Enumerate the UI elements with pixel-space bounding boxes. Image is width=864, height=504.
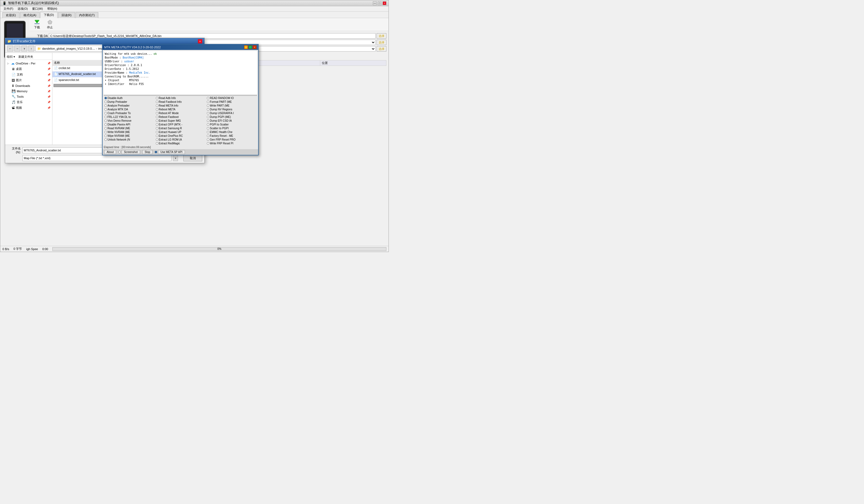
opt-dump-user-radio[interactable]	[207, 112, 209, 114]
opt-emmc-health-radio[interactable]	[207, 131, 209, 133]
opt-factory-reset[interactable]: Factory Reset - ME	[206, 134, 257, 138]
sidebar-item-video[interactable]: 📽 视频 📌	[5, 105, 52, 111]
opt-pgpi-scatter-radio[interactable]	[207, 123, 209, 126]
opt-read-fastboot-radio[interactable]	[156, 101, 158, 103]
tab-memtest[interactable]: 内存测试(T)	[75, 12, 98, 18]
opt-analyze-da[interactable]: Analyze MTK DA	[104, 108, 155, 111]
opt-dump-nv-radio[interactable]	[207, 108, 209, 111]
filetype-input[interactable]	[22, 155, 171, 161]
opt-unlock-network[interactable]: Unlock Network (N	[104, 138, 155, 142]
stop-button[interactable]: 停止	[45, 19, 55, 30]
opt-analyze-preloader-radio[interactable]	[105, 105, 107, 107]
mtk-use-meta-btn[interactable]: Use META SP API	[158, 150, 185, 154]
sidebar-item-tools[interactable]: 🔧 Tools 📌	[5, 94, 52, 99]
sidebar-item-docs[interactable]: 📄 文档 📌	[5, 72, 52, 77]
mtk-min-btn[interactable]: —	[244, 45, 248, 49]
opt-read-nvram[interactable]: Read NVRAM (ME	[104, 126, 155, 130]
opt-frl[interactable]: FRL-L22 Y9A DL to	[104, 115, 155, 119]
opt-read-random-radio[interactable]	[207, 97, 209, 99]
opt-pgpi-scatter[interactable]: PGPI to Scatter	[206, 123, 257, 126]
opt-disable-auth-radio[interactable]	[105, 97, 107, 99]
nav-dropdown-btn[interactable]: ∨	[21, 46, 27, 51]
opt-extract-oneplus-radio[interactable]	[156, 135, 158, 137]
opt-disable-paviov[interactable]: Disable Paviov API	[104, 123, 155, 126]
opt-extract-redmagic[interactable]: Extract RedMagic	[155, 142, 206, 145]
opt-extract-samsung[interactable]: Extract Samsung R	[155, 126, 206, 130]
mtk-stop-btn[interactable]: Stop	[142, 150, 153, 154]
opt-extract-super-radio[interactable]	[156, 120, 158, 122]
minimize-btn[interactable]: —	[373, 1, 377, 5]
close-btn[interactable]: ×	[383, 1, 386, 5]
cancel-btn[interactable]: 取消	[183, 155, 202, 161]
opt-extract-ofp-radio[interactable]	[156, 123, 158, 126]
nav-forward-btn[interactable]: →	[14, 46, 20, 51]
mtk-about-btn[interactable]: About	[104, 150, 116, 154]
sidebar-item-music[interactable]: 🎵 音乐 📌	[5, 99, 52, 105]
tab-download[interactable]: 下载(D)	[40, 12, 57, 18]
opt-write-part[interactable]: Write PART (ME	[206, 104, 257, 107]
opt-reboot-meta-radio[interactable]	[156, 108, 158, 111]
opt-reboot-at[interactable]: Reboot AT Mode	[155, 111, 206, 115]
opt-format-part[interactable]: Format PART (ME	[206, 100, 257, 103]
menu-file[interactable]: 文件(F)	[1, 6, 15, 11]
opt-format-part-radio[interactable]	[207, 101, 209, 103]
download-button[interactable]: 下载	[32, 19, 43, 30]
filetype-dropdown-btn[interactable]: ∨	[173, 155, 178, 161]
mtk-close-btn[interactable]: ×	[253, 45, 256, 49]
dialog-close-btn[interactable]: ×	[198, 39, 202, 44]
sidebar-item-onedrive[interactable]: ▷ ☁ OneDrive - Per 📌	[5, 60, 52, 66]
opt-dump-preloader-radio[interactable]	[105, 101, 107, 103]
opt-scatter-pgpi-radio[interactable]	[207, 127, 209, 130]
opt-extract-lg-radio[interactable]	[156, 138, 158, 141]
opt-write-nvram-radio[interactable]	[105, 131, 107, 133]
nav-back-btn[interactable]: ←	[7, 46, 13, 51]
opt-extract-huawei-radio[interactable]	[156, 131, 158, 133]
opt-reboot-fastboot-radio[interactable]	[156, 116, 158, 118]
opt-read-random[interactable]: READ RANDOM IO	[206, 96, 257, 100]
opt-extract-huawei[interactable]: Extract Huawei UP	[155, 130, 206, 134]
opt-scatter-pgpi[interactable]: Scatter to PGPI	[206, 126, 257, 130]
menu-help[interactable]: 帮助(H)	[45, 6, 59, 11]
opt-wipe-nvram[interactable]: Wipe NVRAM (ME	[104, 134, 155, 138]
sidebar-item-desktop[interactable]: 🖥 桌面 📌	[5, 66, 52, 72]
tab-format[interactable]: 格式化(A)	[20, 12, 40, 18]
opt-read-adb-radio[interactable]	[156, 97, 158, 99]
maximize-btn[interactable]: □	[378, 1, 382, 5]
opt-gen-frp[interactable]: Gen FRP Reset PRO	[206, 138, 257, 142]
opt-read-nvram-radio[interactable]	[105, 127, 107, 130]
verify-browse-btn[interactable]: 选择	[377, 46, 386, 51]
opt-crash-preloader-radio[interactable]	[105, 112, 107, 114]
opt-read-adb[interactable]: Read Adb Info	[155, 96, 206, 100]
opt-dump-efi[interactable]: Dump EFI CSD IA	[206, 119, 257, 123]
opt-disable-auth[interactable]: Disable Auth	[104, 96, 155, 100]
opt-unlock-network-radio[interactable]	[105, 138, 107, 141]
opt-extract-redmagic-radio[interactable]	[156, 142, 158, 145]
opt-gen-frp-radio[interactable]	[207, 138, 209, 141]
screenshot-radio[interactable]	[118, 151, 121, 153]
opt-reboot-meta[interactable]: Reboot META	[155, 108, 206, 111]
menu-options[interactable]: 选项(O)	[15, 6, 30, 11]
opt-dump-pgpi-radio[interactable]	[207, 116, 209, 118]
tab-readback[interactable]: 回读(R)	[58, 12, 75, 18]
opt-read-meta[interactable]: Read META Info	[155, 104, 206, 107]
opt-analyze-preloader[interactable]: Analyze Preloader	[104, 104, 155, 107]
opt-emmc-health[interactable]: EMMC Health Che	[206, 130, 257, 134]
nav-up-btn[interactable]: ↑	[28, 46, 34, 51]
opt-factory-reset-radio[interactable]	[207, 135, 209, 137]
opt-write-nvram[interactable]: Write NVRAM (ME	[104, 130, 155, 134]
opt-frl-radio[interactable]	[105, 116, 107, 118]
scrollbar-thumb[interactable]	[54, 84, 108, 87]
da-browse-btn[interactable]: 选择	[377, 33, 386, 39]
opt-reboot-at-radio[interactable]	[156, 112, 158, 114]
opt-read-meta-radio[interactable]	[156, 105, 158, 107]
path-part-1[interactable]: dandelion_global_images_V12.0.19.0....	[42, 47, 95, 50]
opt-wipe-nvram-radio[interactable]	[105, 135, 107, 137]
opt-analyze-da-radio[interactable]	[105, 108, 107, 111]
opt-dump-preloader[interactable]: Dump Preloader	[104, 100, 155, 103]
opt-extract-super[interactable]: Extract Super IMG	[155, 119, 206, 123]
opt-dump-nv[interactable]: Dump NV Regions	[206, 108, 257, 111]
mtk-max-btn[interactable]: □	[248, 45, 252, 49]
new-folder-label[interactable]: 新建文件夹	[19, 55, 33, 59]
opt-disable-paviov-radio[interactable]	[105, 123, 107, 126]
opt-dump-pgpi[interactable]: Dump PGPI (ME)	[206, 115, 257, 119]
